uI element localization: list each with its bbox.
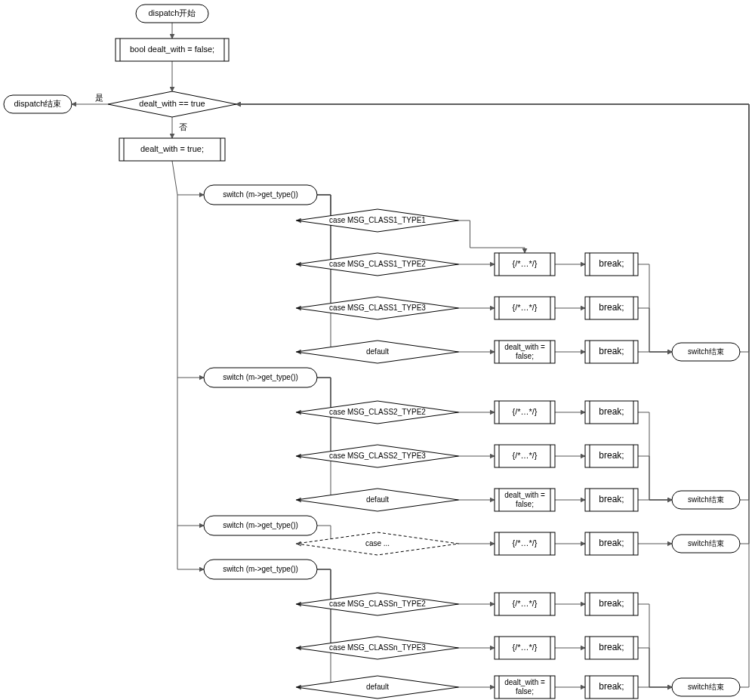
node-sw2_end: switch结束 (672, 491, 740, 509)
node-a4_3: {/*…*/} (495, 637, 555, 659)
node-label: break; (599, 538, 624, 548)
node-label: false; (516, 352, 534, 360)
node-b3_x: break; (585, 532, 638, 555)
node-label: case MSG_CLASS1_TYPE2 (329, 260, 426, 268)
edge (172, 161, 204, 195)
node-label: switch (m->get_type()) (223, 565, 298, 573)
node-a1_2: {/*…*/} (495, 253, 555, 276)
node-label: break; (599, 346, 624, 356)
node-a2_d: dealt_with =false; (495, 489, 555, 511)
node-label: switch (m->get_type()) (223, 373, 298, 381)
edge (638, 604, 672, 687)
node-label: case MSG_CLASS2_TYPE3 (329, 452, 426, 460)
node-c4_2: case MSG_CLASSn_TYPE2 (297, 593, 459, 615)
node-b1_d: break; (585, 341, 638, 363)
node-label: bool dealt_with = false; (130, 45, 214, 54)
node-label: dispatch开始 (149, 8, 196, 17)
node-c1_2: case MSG_CLASS1_TYPE2 (297, 253, 459, 276)
node-a4_2: {/*…*/} (495, 593, 555, 615)
node-sw3_end: switch结束 (672, 535, 740, 553)
node-label: {/*…*/} (512, 643, 537, 652)
node-sw2: switch (m->get_type()) (204, 368, 317, 387)
node-b2_2: break; (585, 401, 638, 424)
edge (638, 648, 672, 687)
node-set_true: dealt_with = true; (119, 138, 225, 161)
edge (297, 195, 331, 308)
edge (236, 104, 749, 544)
node-label: break; (599, 681, 624, 692)
node-c3_x: case ... (297, 532, 459, 555)
node-label: break; (599, 406, 624, 417)
node-sw1_end: switch结束 (672, 343, 740, 361)
node-label: dealt_with = (504, 343, 545, 351)
node-label: switch (m->get_type()) (223, 521, 298, 529)
node-a1_d: dealt_with =false; (495, 341, 555, 363)
edge (177, 526, 204, 569)
node-label: {/*…*/} (512, 538, 537, 547)
node-label: case MSG_CLASS2_TYPE2 (329, 408, 426, 416)
node-label: dealt_with = (504, 678, 545, 686)
edge (236, 104, 749, 352)
node-c1_3: case MSG_CLASS1_TYPE3 (297, 297, 459, 319)
node-a1_3: {/*…*/} (495, 297, 555, 319)
node-c4_3: case MSG_CLASSn_TYPE3 (297, 637, 459, 659)
edge (297, 195, 331, 264)
node-label: default (366, 683, 389, 691)
node-sw4: switch (m->get_type()) (204, 560, 317, 579)
node-a2_2: {/*…*/} (495, 401, 555, 424)
node-label: dealt_with = true; (140, 144, 204, 153)
edge-label: 是 (95, 93, 103, 102)
node-label: case ... (365, 539, 390, 547)
edge (638, 308, 672, 352)
edge (297, 569, 331, 687)
node-label: dealt_with = (504, 491, 545, 499)
node-label: {/*…*/} (512, 451, 537, 460)
node-label: {/*…*/} (512, 599, 537, 608)
node-sw1: switch (m->get_type()) (204, 185, 317, 205)
node-label: break; (599, 642, 624, 652)
node-sw4_end: switch结束 (672, 678, 740, 696)
node-label: break; (599, 258, 624, 269)
node-c1_d: default (297, 341, 459, 363)
node-b2_3: break; (585, 445, 638, 467)
node-label: switch结束 (688, 539, 724, 547)
edge (638, 456, 672, 500)
node-a4_d: dealt_with =false; (495, 676, 555, 698)
node-c2_3: case MSG_CLASS2_TYPE3 (297, 445, 459, 467)
node-label: case MSG_CLASSn_TYPE3 (329, 643, 426, 652)
node-label: break; (599, 598, 624, 609)
edge (236, 104, 749, 500)
edge (459, 220, 525, 253)
node-label: switch结束 (688, 347, 724, 356)
edge (297, 569, 331, 648)
node-cond_dw: dealt_with == true (108, 91, 236, 117)
node-init: bool dealt_with = false; (116, 39, 229, 61)
node-c2_d: default (297, 489, 459, 511)
node-label: dealt_with == true (139, 99, 205, 108)
node-label: false; (516, 500, 534, 508)
node-label: dispatch结束 (14, 99, 62, 108)
node-a2_3: {/*…*/} (495, 445, 555, 467)
node-end: dispatch结束 (4, 95, 72, 113)
node-label: case MSG_CLASS1_TYPE3 (329, 304, 426, 312)
node-b1_3: break; (585, 297, 638, 319)
node-b4_2: break; (585, 593, 638, 615)
node-c1_1: case MSG_CLASS1_TYPE1 (297, 209, 459, 232)
node-label: switch (m->get_type()) (223, 190, 298, 199)
node-label: switch结束 (688, 495, 724, 504)
node-label: case MSG_CLASS1_TYPE1 (329, 216, 426, 224)
node-label: break; (599, 450, 624, 461)
edge-label: 否 (179, 122, 187, 131)
node-b2_d: break; (585, 489, 638, 511)
node-label: case MSG_CLASSn_TYPE2 (329, 600, 426, 608)
node-start: dispatch开始 (136, 5, 208, 23)
node-c2_2: case MSG_CLASS2_TYPE2 (297, 401, 459, 424)
node-c4_d: default (297, 676, 459, 698)
node-label: switch结束 (688, 683, 724, 691)
edge (297, 378, 331, 456)
node-b1_2: break; (585, 253, 638, 276)
node-label: false; (516, 687, 534, 695)
node-b4_3: break; (585, 637, 638, 659)
node-label: {/*…*/} (512, 303, 537, 312)
edge (297, 378, 331, 500)
